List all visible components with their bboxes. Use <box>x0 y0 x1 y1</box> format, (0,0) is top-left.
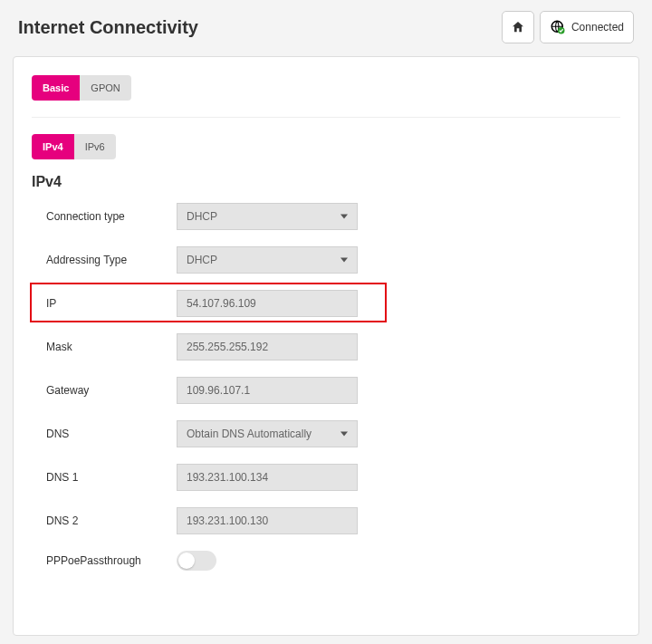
topbar: Internet Connectivity Connected <box>0 0 652 51</box>
label-connection-type: Connection type <box>32 210 177 223</box>
section-heading: IPv4 <box>32 174 620 190</box>
main-tabs: Basic GPON <box>32 75 131 101</box>
value-mask: 255.255.255.192 <box>187 341 268 353</box>
home-icon <box>511 20 525 34</box>
tab-ipv4[interactable]: IPv4 <box>32 134 74 159</box>
connected-button[interactable]: Connected <box>540 11 634 43</box>
ip-tabs: IPv4 IPv6 <box>32 134 116 159</box>
input-ip[interactable]: 54.107.96.109 <box>177 290 358 317</box>
label-dns: DNS <box>32 428 177 440</box>
toggle-pppoe[interactable] <box>177 551 216 571</box>
value-gateway: 109.96.107.1 <box>187 384 250 397</box>
row-pppoe: PPPoePassthrough <box>32 551 620 571</box>
label-mask: Mask <box>32 341 177 353</box>
row-dns2: DNS 2 193.231.100.130 <box>32 507 620 534</box>
input-dns1[interactable]: 193.231.100.134 <box>177 464 358 491</box>
row-gateway: Gateway 109.96.107.1 <box>32 377 620 404</box>
label-pppoe: PPPoePassthrough <box>32 554 177 567</box>
label-addressing-type: Addressing Type <box>32 254 177 266</box>
input-mask[interactable]: 255.255.255.192 <box>177 333 358 360</box>
value-ip: 54.107.96.109 <box>187 297 256 310</box>
row-addressing-type: Addressing Type DHCP <box>32 246 620 274</box>
tab-gpon[interactable]: GPON <box>80 75 130 101</box>
row-ip: IP 54.107.96.109 <box>32 290 620 317</box>
select-dns[interactable]: Obtain DNS Automatically <box>177 420 358 447</box>
value-dns1: 193.231.100.134 <box>187 471 268 484</box>
label-ip: IP <box>32 297 177 310</box>
row-dns1: DNS 1 193.231.100.134 <box>32 464 620 491</box>
row-connection-type: Connection type DHCP <box>32 203 620 230</box>
value-dns2: 193.231.100.130 <box>187 514 268 527</box>
tab-ipv6[interactable]: IPv6 <box>74 134 116 159</box>
input-dns2[interactable]: 193.231.100.130 <box>177 507 358 534</box>
row-ip-wrap: IP 54.107.96.109 <box>32 290 620 317</box>
label-dns1: DNS 1 <box>32 471 177 484</box>
home-button[interactable] <box>502 11 534 43</box>
value-dns: Obtain DNS Automatically <box>187 428 312 440</box>
label-gateway: Gateway <box>32 384 177 397</box>
connected-label: Connected <box>571 21 624 34</box>
label-dns2: DNS 2 <box>32 514 177 527</box>
main-card: Basic GPON IPv4 IPv6 IPv4 Connection typ… <box>13 56 639 636</box>
page-title: Internet Connectivity <box>18 17 198 38</box>
select-connection-type[interactable]: DHCP <box>177 203 358 230</box>
row-mask: Mask 255.255.255.192 <box>32 333 620 360</box>
value-connection-type: DHCP <box>187 210 217 223</box>
row-dns: DNS Obtain DNS Automatically <box>32 420 620 447</box>
select-addressing-type[interactable]: DHCP <box>177 246 358 274</box>
tab-basic[interactable]: Basic <box>32 75 80 101</box>
globe-icon <box>550 19 566 35</box>
divider <box>32 117 620 118</box>
value-addressing-type: DHCP <box>187 254 217 266</box>
topbar-actions: Connected <box>502 11 634 43</box>
input-gateway[interactable]: 109.96.107.1 <box>177 377 358 404</box>
